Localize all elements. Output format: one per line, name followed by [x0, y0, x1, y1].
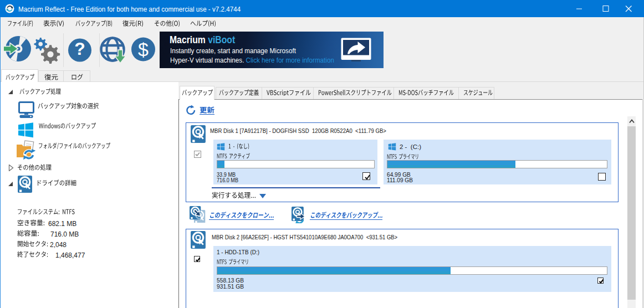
svg-text:$: $ — [138, 39, 149, 60]
svg-text:?: ? — [74, 39, 85, 59]
